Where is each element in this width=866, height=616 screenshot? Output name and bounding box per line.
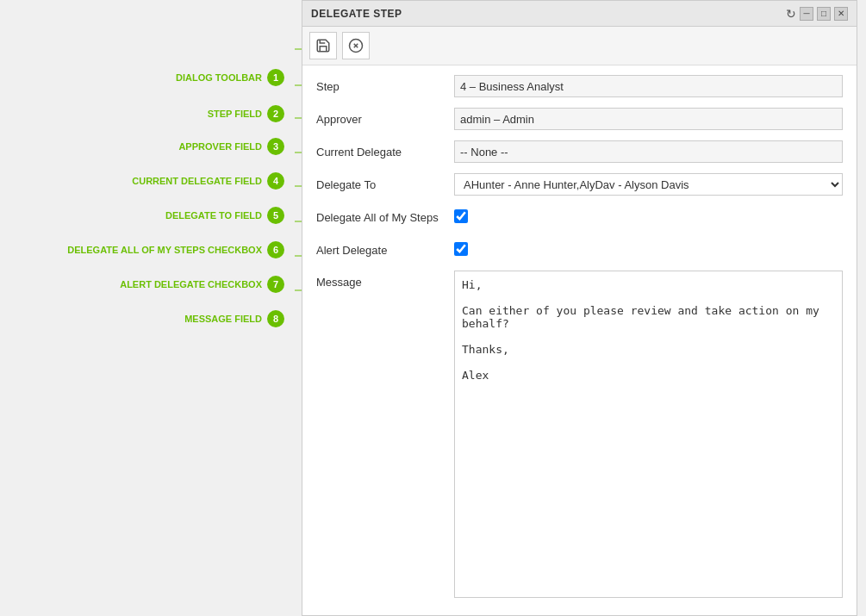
delegate-all-row: Delegate All of My Steps bbox=[316, 205, 843, 229]
current-delegate-field bbox=[454, 140, 843, 163]
step-label: Step bbox=[316, 80, 454, 93]
annotation-badge-4: 4 bbox=[267, 172, 284, 190]
delegate-to-label: Delegate To bbox=[316, 178, 454, 191]
dialog-window: DELEGATE STEP ↻ ─ □ ✕ bbox=[302, 0, 857, 616]
annotation-label-3: APPROVER FIELD bbox=[178, 141, 262, 152]
annotation-badge-8: 8 bbox=[267, 310, 284, 327]
refresh-icon[interactable]: ↻ bbox=[786, 7, 796, 21]
form-body: Step Approver Current Delegate Delegate … bbox=[302, 65, 857, 615]
delegate-to-row: Delegate To AHunter - Anne Hunter,AlyDav… bbox=[316, 172, 843, 196]
annotation-badge-3: 3 bbox=[267, 138, 284, 155]
annotation-label-4: CURRENT DELEGATE FIELD bbox=[132, 176, 262, 186]
annotation-label-7: ALERT DELEGATE CHECKBOX bbox=[120, 279, 262, 289]
approver-row: Approver bbox=[316, 107, 843, 131]
step-row: Step bbox=[316, 74, 843, 98]
message-field bbox=[454, 271, 843, 600]
dialog-controls: ↻ ─ □ ✕ bbox=[786, 7, 848, 21]
maximize-button[interactable]: □ bbox=[817, 7, 831, 21]
alert-delegate-checkbox[interactable] bbox=[454, 242, 468, 256]
annotation-badge-7: 7 bbox=[267, 276, 284, 293]
dialog-toolbar bbox=[302, 27, 857, 65]
dialog-titlebar: DELEGATE STEP ↻ ─ □ ✕ bbox=[302, 1, 857, 27]
step-input bbox=[454, 75, 843, 97]
annotation-label-5: DELEGATE TO FIELD bbox=[165, 210, 262, 221]
current-delegate-label: Current Delegate bbox=[316, 146, 454, 159]
message-row: Message bbox=[316, 271, 843, 600]
save-button[interactable] bbox=[309, 32, 337, 59]
close-button[interactable]: ✕ bbox=[834, 7, 848, 21]
cancel-button[interactable] bbox=[342, 32, 370, 59]
alert-delegate-row: Alert Delegate bbox=[316, 238, 843, 262]
delegate-all-field bbox=[454, 209, 843, 226]
delegate-all-checkbox[interactable] bbox=[454, 209, 468, 223]
delegate-all-label: Delegate All of My Steps bbox=[316, 211, 454, 224]
annotation-badge-1: 1 bbox=[267, 69, 284, 86]
annotation-label-8: MESSAGE FIELD bbox=[184, 314, 262, 324]
message-label: Message bbox=[316, 271, 454, 289]
minimize-button[interactable]: ─ bbox=[800, 7, 813, 21]
annotation-badge-6: 6 bbox=[267, 241, 284, 258]
approver-input bbox=[454, 108, 843, 130]
step-field bbox=[454, 75, 843, 97]
message-textarea[interactable] bbox=[454, 271, 843, 598]
alert-delegate-label: Alert Delegate bbox=[316, 244, 454, 257]
current-delegate-row: Current Delegate bbox=[316, 140, 843, 164]
delegate-to-field: AHunter - Anne Hunter,AlyDav - Alyson Da… bbox=[454, 173, 843, 196]
approver-field bbox=[454, 108, 843, 130]
current-delegate-input bbox=[454, 140, 843, 163]
dialog-title: DELEGATE STEP bbox=[311, 8, 402, 20]
annotation-label-6: DELEGATE ALL OF MY STEPS CHECKBOX bbox=[67, 245, 262, 255]
annotation-label-2: STEP FIELD bbox=[208, 109, 262, 119]
delegate-to-select[interactable]: AHunter - Anne Hunter,AlyDav - Alyson Da… bbox=[454, 173, 843, 196]
annotation-badge-5: 5 bbox=[267, 207, 284, 224]
annotation-badge-2: 2 bbox=[267, 105, 284, 122]
approver-label: Approver bbox=[316, 113, 454, 126]
alert-delegate-field bbox=[454, 242, 843, 258]
annotation-label-1: DIALOG TOOLBAR bbox=[176, 72, 262, 83]
